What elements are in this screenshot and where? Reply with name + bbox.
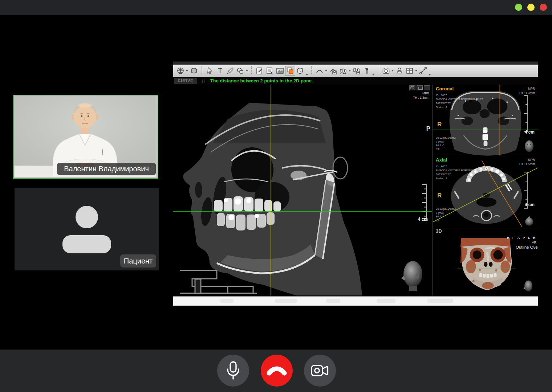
overlay-active-icon[interactable] bbox=[285, 66, 295, 76]
thickness-label: TH : 1.3mm bbox=[519, 91, 535, 95]
participant-video-doctor[interactable]: Валентин Владимирович bbox=[13, 95, 158, 179]
drag-grip-icon bbox=[202, 79, 205, 83]
thickness-label: TH : 1.3mm bbox=[413, 96, 429, 99]
avatar-body-icon bbox=[62, 235, 111, 253]
select-cursor-icon[interactable] bbox=[205, 66, 215, 76]
end-call-button[interactable] bbox=[261, 355, 293, 387]
image-adjust-icon[interactable] bbox=[275, 66, 285, 76]
implant-icon[interactable] bbox=[362, 66, 372, 76]
sagittal-ct-image bbox=[173, 85, 432, 295]
avatar-head-icon bbox=[76, 206, 98, 228]
settings-tools-icon[interactable] bbox=[418, 66, 428, 76]
call-controls bbox=[0, 350, 552, 392]
end-call-icon bbox=[266, 360, 288, 381]
thickness-label: TH : 1.5mm bbox=[519, 162, 535, 166]
axial-viewport[interactable]: Axial ID : 9007 SVEODA VIKTORIA BORODINA… bbox=[433, 156, 538, 227]
scale-label: 4 cm bbox=[525, 202, 535, 207]
panel-title: Axial bbox=[436, 157, 447, 163]
mpr-mode-label: MPR bbox=[528, 158, 535, 162]
volume-3d-icon[interactable] bbox=[189, 66, 199, 76]
panorama-icon[interactable] bbox=[338, 66, 348, 76]
curve-arch-icon[interactable] bbox=[314, 66, 325, 76]
ct-statusbar: CURVE The distance between 2 points in t… bbox=[173, 77, 538, 85]
ct-content: FL MPR TH : 1.3mm P 4 cm bbox=[173, 85, 538, 295]
grid-button[interactable] bbox=[417, 85, 423, 90]
mpr-mode-label: MPR bbox=[422, 91, 429, 95]
viewer-window-edge bbox=[173, 62, 538, 65]
slice-select-icon[interactable] bbox=[265, 66, 275, 76]
shared-screen-ct-viewer[interactable]: CURVE The distance between 2 points in t… bbox=[173, 62, 538, 305]
participant-name-label: Пациент bbox=[120, 254, 156, 268]
window-minimize-button[interactable] bbox=[515, 4, 522, 11]
camera-button[interactable] bbox=[304, 355, 336, 387]
curve-arch-m-icon[interactable] bbox=[328, 66, 338, 76]
status-message: The distance between 2 points in the 2D … bbox=[210, 78, 313, 83]
orientation-head-icon bbox=[525, 140, 533, 152]
grid-view-icon[interactable] bbox=[175, 66, 186, 76]
participant-video-patient[interactable]: Пациент bbox=[15, 188, 159, 270]
window-zoom-button[interactable] bbox=[527, 4, 535, 11]
orientation-buttons-label[interactable]: H F A P L R bbox=[507, 236, 536, 240]
ct-toolbar bbox=[173, 65, 538, 77]
orientation-r-label: R bbox=[437, 121, 442, 128]
patient-id-block: ID : 9007 SVEODA VIKTORIA BORODINA [F] 2… bbox=[436, 164, 483, 180]
history-reset-icon[interactable] bbox=[295, 66, 305, 76]
viewport-corner-buttons: FL bbox=[409, 85, 430, 90]
capture-icon[interactable] bbox=[381, 66, 391, 76]
microphone-icon bbox=[222, 360, 244, 381]
scale-label: 4 cm bbox=[525, 130, 535, 135]
layout-icon[interactable] bbox=[405, 66, 415, 76]
curve-tab[interactable]: CURVE bbox=[174, 78, 197, 84]
coronal-viewport[interactable]: Coronal ID : 9007 SVEODA VIKTORIA BORODI… bbox=[433, 85, 538, 156]
panorama-m-icon[interactable] bbox=[352, 66, 362, 76]
orientation-p-label: P bbox=[426, 125, 430, 132]
shape-annotation-icon[interactable] bbox=[235, 66, 245, 76]
render-mode-label: VR bbox=[532, 241, 536, 244]
mpr-side-panels: Coronal ID : 9007 SVEODA VIKTORIA BORODI… bbox=[433, 85, 538, 295]
pencil-draw-icon[interactable] bbox=[225, 66, 235, 76]
window-titlebar bbox=[0, 0, 552, 15]
scale-label: 4 cm bbox=[418, 217, 428, 222]
dose-block: 26.33 [uGy*cm2] 7 [mA] 80 [kV] CT bbox=[436, 207, 456, 222]
patient-id-block: ID : 9007 SVEODA VIKTORIA BORODINA [F] 2… bbox=[436, 93, 483, 109]
text-annotation-icon[interactable] bbox=[215, 66, 225, 76]
patient-info-icon[interactable] bbox=[394, 66, 405, 76]
panel-title: 3D bbox=[436, 228, 442, 234]
expand-button[interactable] bbox=[424, 85, 430, 90]
participant-name-label: Валентин Владимирович bbox=[57, 163, 156, 175]
outline-overlay-label[interactable]: Outline Overlay bbox=[516, 245, 538, 249]
panel-title: Coronal bbox=[436, 86, 454, 91]
camera-icon bbox=[309, 360, 331, 381]
mpr-mode-label: MPR bbox=[528, 87, 535, 90]
volume-3d-viewport[interactable]: 3D H F A P L R VR Outline Overlay bbox=[433, 227, 538, 295]
microphone-button[interactable] bbox=[217, 355, 249, 387]
sagittal-viewport[interactable]: FL MPR TH : 1.3mm P 4 cm bbox=[173, 85, 432, 295]
video-call-window: Валентин Владимирович Пациент bbox=[0, 0, 552, 392]
orientation-r-label: R bbox=[437, 192, 442, 199]
ct-app-taskbar bbox=[173, 296, 538, 306]
dose-block: 36.03 [uGy*cm2] 7 [mA] 80 [kV] CT bbox=[436, 136, 456, 151]
report-edit-icon[interactable] bbox=[255, 66, 265, 76]
window-close-button[interactable] bbox=[540, 4, 547, 11]
